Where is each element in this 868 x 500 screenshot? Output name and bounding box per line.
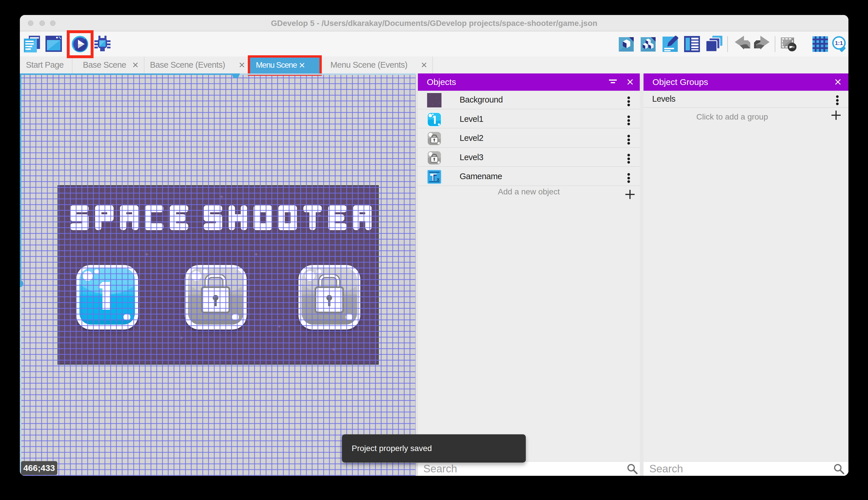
svg-text:1:1: 1:1 [835,40,843,46]
svg-text:x: x [437,177,440,182]
